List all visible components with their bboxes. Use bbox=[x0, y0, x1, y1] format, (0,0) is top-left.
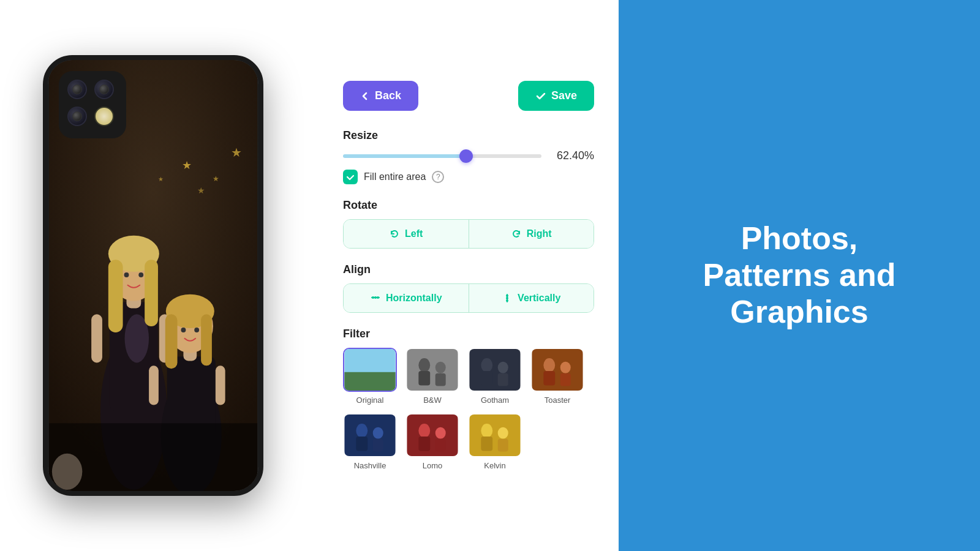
camera-lens-2 bbox=[94, 80, 114, 99]
filter-item-toaster[interactable]: Toaster bbox=[530, 348, 584, 405]
resize-label: Resize bbox=[343, 129, 594, 142]
align-vertical-icon bbox=[502, 293, 513, 304]
filter-item-original[interactable]: Original bbox=[343, 348, 397, 405]
filter-label-nashville: Nashville bbox=[354, 461, 386, 470]
rotate-right-icon bbox=[511, 228, 522, 239]
svg-rect-61 bbox=[407, 414, 458, 456]
info-icon[interactable]: ? bbox=[432, 171, 444, 183]
filter-thumb-lomo bbox=[405, 413, 459, 457]
svg-point-25 bbox=[181, 328, 186, 332]
svg-text:★: ★ bbox=[231, 146, 242, 159]
svg-rect-65 bbox=[435, 439, 446, 452]
svg-rect-63 bbox=[418, 437, 430, 451]
svg-rect-13 bbox=[145, 260, 158, 326]
controls-panel: Back Save Resize 62.40% bbox=[306, 56, 619, 495]
svg-point-34 bbox=[377, 296, 379, 299]
save-button[interactable]: Save bbox=[518, 81, 594, 111]
svg-point-64 bbox=[435, 427, 446, 439]
filter-thumb-kelvin bbox=[468, 413, 522, 457]
svg-rect-27 bbox=[149, 365, 159, 405]
camera-lens-3 bbox=[67, 107, 87, 126]
filter-label-gotham: Gotham bbox=[481, 395, 509, 405]
resize-section: Resize 62.40% Fill entire area ? bbox=[343, 129, 594, 184]
back-button[interactable]: Back bbox=[343, 81, 418, 111]
right-promo-panel: Photos, Patterns and Graphics bbox=[619, 0, 980, 551]
filter-item-nashville[interactable]: Nashville bbox=[343, 413, 397, 470]
rotate-right-button[interactable]: Right bbox=[469, 220, 594, 248]
svg-rect-12 bbox=[108, 260, 123, 332]
svg-rect-41 bbox=[407, 349, 458, 391]
svg-rect-23 bbox=[165, 314, 178, 369]
rotate-label: Rotate bbox=[343, 199, 594, 212]
filter-item-lomo[interactable]: Lomo bbox=[405, 413, 459, 470]
svg-point-33 bbox=[374, 296, 377, 299]
align-horizontal-icon bbox=[370, 293, 381, 304]
align-button-group: Horizontally Vertically bbox=[343, 283, 594, 313]
phone-case: ★ ★ ★ ★ ★ ★ bbox=[43, 55, 263, 496]
svg-text:★: ★ bbox=[197, 186, 205, 195]
svg-text:★: ★ bbox=[158, 176, 164, 182]
filter-label-kelvin: Kelvin bbox=[484, 461, 505, 470]
svg-point-47 bbox=[481, 358, 492, 372]
resize-slider[interactable] bbox=[343, 154, 541, 158]
svg-rect-66 bbox=[469, 414, 520, 456]
checkmark-icon bbox=[346, 173, 355, 181]
svg-rect-24 bbox=[201, 314, 212, 365]
svg-rect-40 bbox=[344, 372, 395, 391]
align-vertical-button[interactable]: Vertically bbox=[469, 284, 594, 312]
svg-rect-16 bbox=[91, 314, 102, 362]
svg-rect-50 bbox=[498, 373, 508, 386]
filter-thumb-bw bbox=[405, 348, 459, 392]
align-horizontal-button[interactable]: Horizontally bbox=[344, 284, 469, 312]
svg-point-67 bbox=[481, 424, 492, 438]
svg-rect-70 bbox=[498, 439, 508, 452]
slider-thumb[interactable] bbox=[459, 149, 473, 163]
filter-thumb-toaster bbox=[530, 348, 584, 392]
phone-preview: ★ ★ ★ ★ ★ ★ bbox=[0, 0, 306, 551]
rotate-left-button[interactable]: Left bbox=[344, 220, 469, 248]
svg-point-36 bbox=[506, 294, 508, 297]
rotate-section: Rotate Left Right bbox=[343, 199, 594, 249]
svg-point-62 bbox=[418, 424, 430, 438]
chevron-left-icon bbox=[360, 91, 370, 101]
resize-row: 62.40% bbox=[343, 149, 594, 162]
svg-point-44 bbox=[435, 362, 446, 373]
svg-rect-55 bbox=[560, 373, 571, 386]
svg-point-52 bbox=[543, 358, 555, 372]
filter-thumb-nashville bbox=[343, 413, 397, 457]
svg-rect-68 bbox=[481, 437, 492, 451]
svg-rect-53 bbox=[543, 371, 555, 386]
filter-grid: Original B&W bbox=[343, 348, 594, 470]
camera-module bbox=[59, 71, 126, 138]
svg-point-15 bbox=[138, 272, 143, 277]
align-label: Align bbox=[343, 263, 594, 276]
svg-rect-28 bbox=[216, 365, 225, 405]
filter-item-kelvin[interactable]: Kelvin bbox=[468, 413, 522, 470]
filter-item-bw[interactable]: B&W bbox=[405, 348, 459, 405]
fill-area-checkbox[interactable] bbox=[343, 170, 358, 184]
svg-rect-29 bbox=[49, 423, 257, 491]
fill-area-label: Fill entire area bbox=[364, 171, 426, 182]
svg-point-49 bbox=[498, 362, 508, 373]
svg-point-42 bbox=[418, 358, 430, 372]
svg-rect-48 bbox=[481, 371, 492, 386]
filter-section: Filter Original bbox=[343, 328, 594, 470]
svg-text:★: ★ bbox=[213, 174, 219, 183]
svg-point-57 bbox=[356, 424, 368, 438]
svg-rect-56 bbox=[344, 414, 395, 456]
svg-rect-51 bbox=[532, 349, 582, 391]
svg-point-30 bbox=[52, 454, 82, 490]
filter-label-lomo: Lomo bbox=[423, 461, 443, 470]
svg-point-26 bbox=[194, 328, 199, 332]
filter-label-bw: B&W bbox=[423, 395, 442, 405]
svg-point-32 bbox=[372, 296, 374, 299]
filter-item-gotham[interactable]: Gotham bbox=[468, 348, 522, 405]
svg-rect-60 bbox=[373, 439, 383, 452]
check-icon bbox=[535, 91, 546, 102]
filter-label: Filter bbox=[343, 328, 594, 340]
filter-thumb-gotham bbox=[468, 348, 522, 392]
top-actions: Back Save bbox=[343, 81, 594, 111]
svg-point-38 bbox=[506, 299, 508, 302]
camera-flash bbox=[94, 107, 114, 126]
svg-point-69 bbox=[498, 427, 508, 439]
